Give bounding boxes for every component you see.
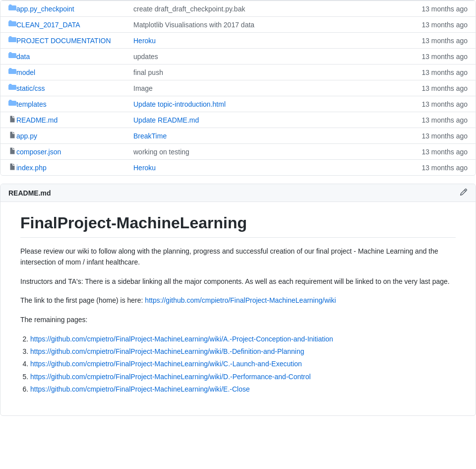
file-name[interactable]: templates [16, 100, 125, 108]
file-time: 13 months ago [408, 132, 468, 140]
folder-icon [8, 20, 16, 29]
readme-link[interactable]: https://github.com/cmpietro/FinalProject… [30, 335, 333, 343]
file-time: 13 months ago [408, 148, 468, 156]
table-row: dataupdates13 months ago [0, 49, 476, 65]
file-icon [8, 163, 16, 172]
list-item: https://github.com/cmpietro/FinalProject… [30, 371, 456, 383]
file-message: Matplotlib Visualisations with 2017 data [125, 21, 408, 29]
table-row: README.mdUpdate README.md13 months ago [0, 112, 476, 128]
list-item: https://github.com/cmpietro/FinalProject… [30, 358, 456, 370]
file-icon [8, 147, 16, 156]
file-name[interactable]: composer.json [16, 148, 125, 156]
file-time: 13 months ago [408, 21, 468, 29]
list-item: https://github.com/cmpietro/FinalProject… [30, 333, 456, 345]
file-time: 13 months ago [408, 164, 468, 172]
folder-icon [8, 99, 16, 109]
readme-link[interactable]: https://github.com/cmpietro/FinalProject… [30, 373, 311, 381]
readme-home-link[interactable]: https://github.com/cmpietro/FinalProject… [145, 296, 336, 304]
file-name[interactable]: PROJECT DOCUMENTATION [16, 37, 125, 45]
file-name[interactable]: data [16, 53, 125, 61]
file-time: 13 months ago [408, 116, 468, 124]
file-name[interactable]: CLEAN_2017_DATA [16, 21, 125, 29]
file-message: Heroku [125, 164, 408, 172]
file-time: 13 months ago [408, 37, 468, 45]
readme-links-list: https://github.com/cmpietro/FinalProject… [30, 333, 456, 396]
file-icon [8, 131, 16, 140]
folder-icon [8, 36, 16, 45]
readme-link[interactable]: https://github.com/cmpietro/FinalProject… [30, 385, 250, 393]
file-time: 13 months ago [408, 68, 468, 76]
list-item: https://github.com/cmpietro/FinalProject… [30, 383, 456, 396]
edit-icon[interactable] [460, 188, 468, 198]
list-item: https://github.com/cmpietro/FinalProject… [30, 345, 456, 358]
file-message: Heroku [125, 37, 408, 45]
file-time: 13 months ago [408, 5, 468, 13]
readme-link[interactable]: https://github.com/cmpietro/FinalProject… [30, 360, 302, 368]
folder-icon [8, 67, 16, 77]
table-row: app.py_checkpointcreate draft_draft_chec… [0, 0, 476, 17]
file-name[interactable]: README.md [16, 116, 125, 124]
readme-section: README.md FinalProject-MachineLearning P… [0, 184, 476, 416]
readme-para-1: Please review our wiki to follow along w… [20, 246, 456, 268]
folder-icon [8, 52, 16, 61]
readme-link[interactable]: https://github.com/cmpietro/FinalProject… [30, 347, 304, 355]
readme-header-title: README.md [8, 189, 51, 197]
file-name[interactable]: static/css [16, 84, 125, 92]
file-message: working on testing [125, 148, 408, 156]
file-message: BreakTime [125, 132, 408, 140]
table-row: composer.jsonworking on testing13 months… [0, 144, 476, 160]
table-row: templatesUpdate topic-introduction.html1… [0, 96, 476, 112]
file-table: app.py_checkpointcreate draft_draft_chec… [0, 0, 476, 176]
folder-icon [8, 4, 16, 13]
file-message: updates [125, 53, 408, 61]
table-row: CLEAN_2017_DATAMatplotlib Visualisations… [0, 17, 476, 33]
file-name[interactable]: app.py_checkpoint [16, 5, 125, 13]
file-name[interactable]: app.py [16, 132, 125, 140]
table-row: PROJECT DOCUMENTATIONHeroku13 months ago [0, 33, 476, 49]
file-name[interactable]: model [16, 68, 125, 76]
file-time: 13 months ago [408, 100, 468, 108]
readme-title: FinalProject-MachineLearning [20, 214, 456, 238]
readme-para-2: Instructors and TA's: There is a sidebar… [20, 276, 456, 287]
file-time: 13 months ago [408, 53, 468, 61]
file-message: create draft_draft_checkpoint.py.bak [125, 5, 408, 13]
readme-remaining-label: The remaining pages: [20, 314, 456, 325]
readme-content: FinalProject-MachineLearning Please revi… [0, 202, 476, 415]
file-message: Image [125, 84, 408, 92]
table-row: index.phpHeroku13 months ago [0, 160, 476, 175]
file-icon [8, 115, 16, 125]
folder-icon [8, 83, 16, 93]
table-row: static/cssImage13 months ago [0, 80, 476, 96]
table-row: modelfinal push13 months ago [0, 65, 476, 80]
file-name[interactable]: index.php [16, 164, 125, 172]
file-message: Update README.md [125, 116, 408, 124]
table-row: app.pyBreakTime13 months ago [0, 128, 476, 144]
readme-para-3: The link to the first page (home) is her… [20, 295, 456, 306]
file-time: 13 months ago [408, 84, 468, 92]
file-message: Update topic-introduction.html [125, 100, 408, 108]
file-message: final push [125, 68, 408, 76]
readme-header: README.md [0, 184, 476, 202]
